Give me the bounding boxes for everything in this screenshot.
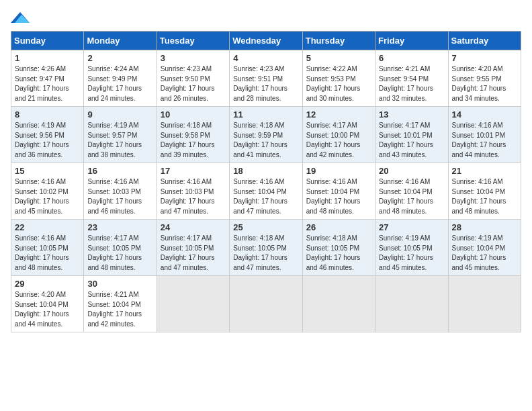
calendar-cell: 25 Sunrise: 4:18 AM Sunset: 10:05 PM Day… xyxy=(230,220,302,276)
day-info: Sunrise: 4:16 AM Sunset: 10:05 PM Daylig… xyxy=(15,234,80,273)
day-info: Sunrise: 4:23 AM Sunset: 9:51 PM Dayligh… xyxy=(233,64,298,103)
day-info: Sunrise: 4:20 AM Sunset: 9:55 PM Dayligh… xyxy=(452,64,517,103)
day-info: Sunrise: 4:23 AM Sunset: 9:50 PM Dayligh… xyxy=(161,64,226,103)
day-number: 15 xyxy=(15,166,80,176)
day-number: 1 xyxy=(15,53,80,63)
day-info: Sunrise: 4:18 AM Sunset: 9:59 PM Dayligh… xyxy=(233,121,298,160)
weekday-header: Tuesday xyxy=(157,32,229,50)
day-info: Sunrise: 4:16 AM Sunset: 10:04 PM Daylig… xyxy=(379,177,444,216)
calendar-cell: 9 Sunrise: 4:19 AM Sunset: 9:57 PM Dayli… xyxy=(84,107,157,163)
day-number: 30 xyxy=(87,279,152,289)
day-info: Sunrise: 4:21 AM Sunset: 10:04 PM Daylig… xyxy=(87,290,152,329)
day-info: Sunrise: 4:16 AM Sunset: 10:04 PM Daylig… xyxy=(306,177,371,216)
day-info: Sunrise: 4:18 AM Sunset: 10:05 PM Daylig… xyxy=(306,234,371,273)
day-number: 11 xyxy=(233,109,298,120)
calendar-cell: 21 Sunrise: 4:16 AM Sunset: 10:04 PM Day… xyxy=(448,163,521,220)
calendar-cell: 12 Sunrise: 4:17 AM Sunset: 10:00 PM Day… xyxy=(302,107,375,163)
day-number: 22 xyxy=(15,222,80,232)
day-number: 12 xyxy=(306,109,371,120)
day-info: Sunrise: 4:16 AM Sunset: 10:03 PM Daylig… xyxy=(87,177,152,216)
calendar-week-row: 1 Sunrise: 4:26 AM Sunset: 9:47 PM Dayli… xyxy=(11,50,521,107)
calendar-cell xyxy=(375,276,448,332)
logo-icon xyxy=(11,11,30,26)
day-number: 27 xyxy=(379,222,444,232)
calendar-week-row: 8 Sunrise: 4:19 AM Sunset: 9:56 PM Dayli… xyxy=(11,107,521,163)
logo xyxy=(11,11,32,26)
day-number: 10 xyxy=(161,109,226,120)
calendar-body: 1 Sunrise: 4:26 AM Sunset: 9:47 PM Dayli… xyxy=(11,50,521,332)
calendar-table: SundayMondayTuesdayWednesdayThursdayFrid… xyxy=(11,31,521,332)
day-number: 9 xyxy=(87,109,152,120)
calendar-cell: 19 Sunrise: 4:16 AM Sunset: 10:04 PM Day… xyxy=(302,163,375,220)
day-info: Sunrise: 4:16 AM Sunset: 10:03 PM Daylig… xyxy=(161,177,226,216)
day-info: Sunrise: 4:19 AM Sunset: 9:56 PM Dayligh… xyxy=(15,121,80,160)
day-info: Sunrise: 4:21 AM Sunset: 9:54 PM Dayligh… xyxy=(379,64,444,103)
calendar-cell: 13 Sunrise: 4:17 AM Sunset: 10:01 PM Day… xyxy=(375,107,448,163)
weekday-header: Thursday xyxy=(302,32,375,50)
day-info: Sunrise: 4:17 AM Sunset: 10:01 PM Daylig… xyxy=(379,121,444,160)
day-info: Sunrise: 4:26 AM Sunset: 9:47 PM Dayligh… xyxy=(15,64,80,103)
page-header xyxy=(11,11,521,26)
calendar-cell xyxy=(302,276,375,332)
calendar-cell: 10 Sunrise: 4:18 AM Sunset: 9:58 PM Dayl… xyxy=(157,107,229,163)
day-info: Sunrise: 4:20 AM Sunset: 10:04 PM Daylig… xyxy=(15,290,80,329)
calendar-cell: 28 Sunrise: 4:19 AM Sunset: 10:04 PM Day… xyxy=(448,220,521,276)
day-number: 3 xyxy=(161,53,226,63)
day-number: 13 xyxy=(379,109,444,120)
day-info: Sunrise: 4:22 AM Sunset: 9:53 PM Dayligh… xyxy=(306,64,371,103)
weekday-header: Friday xyxy=(375,32,448,50)
calendar-cell xyxy=(157,276,229,332)
day-number: 17 xyxy=(161,166,226,176)
day-info: Sunrise: 4:17 AM Sunset: 10:05 PM Daylig… xyxy=(161,234,226,273)
calendar-cell: 20 Sunrise: 4:16 AM Sunset: 10:04 PM Day… xyxy=(375,163,448,220)
day-info: Sunrise: 4:17 AM Sunset: 10:05 PM Daylig… xyxy=(87,234,152,273)
calendar-cell: 29 Sunrise: 4:20 AM Sunset: 10:04 PM Day… xyxy=(11,276,84,332)
calendar-cell: 3 Sunrise: 4:23 AM Sunset: 9:50 PM Dayli… xyxy=(157,50,229,107)
calendar-cell: 4 Sunrise: 4:23 AM Sunset: 9:51 PM Dayli… xyxy=(230,50,302,107)
day-number: 19 xyxy=(306,166,371,176)
calendar-cell: 1 Sunrise: 4:26 AM Sunset: 9:47 PM Dayli… xyxy=(11,50,84,107)
weekday-header: Sunday xyxy=(11,32,84,50)
day-number: 29 xyxy=(15,279,80,289)
day-info: Sunrise: 4:16 AM Sunset: 10:04 PM Daylig… xyxy=(452,177,517,216)
day-number: 5 xyxy=(306,53,371,63)
day-number: 20 xyxy=(379,166,444,176)
weekday-header: Wednesday xyxy=(230,32,302,50)
day-number: 28 xyxy=(452,222,517,232)
day-number: 2 xyxy=(87,53,152,63)
calendar-cell: 18 Sunrise: 4:16 AM Sunset: 10:04 PM Day… xyxy=(230,163,302,220)
calendar-week-row: 22 Sunrise: 4:16 AM Sunset: 10:05 PM Day… xyxy=(11,220,521,276)
calendar-cell: 26 Sunrise: 4:18 AM Sunset: 10:05 PM Day… xyxy=(302,220,375,276)
calendar-cell: 2 Sunrise: 4:24 AM Sunset: 9:49 PM Dayli… xyxy=(84,50,157,107)
day-number: 26 xyxy=(306,222,371,232)
calendar-week-row: 29 Sunrise: 4:20 AM Sunset: 10:04 PM Day… xyxy=(11,276,521,332)
day-number: 14 xyxy=(452,109,517,120)
day-info: Sunrise: 4:16 AM Sunset: 10:02 PM Daylig… xyxy=(15,177,80,216)
day-info: Sunrise: 4:19 AM Sunset: 9:57 PM Dayligh… xyxy=(87,121,152,160)
calendar-cell: 17 Sunrise: 4:16 AM Sunset: 10:03 PM Day… xyxy=(157,163,229,220)
calendar-cell: 6 Sunrise: 4:21 AM Sunset: 9:54 PM Dayli… xyxy=(375,50,448,107)
day-info: Sunrise: 4:18 AM Sunset: 10:05 PM Daylig… xyxy=(233,234,298,273)
day-info: Sunrise: 4:16 AM Sunset: 10:01 PM Daylig… xyxy=(452,121,517,160)
day-info: Sunrise: 4:19 AM Sunset: 10:04 PM Daylig… xyxy=(452,234,517,273)
calendar-cell: 5 Sunrise: 4:22 AM Sunset: 9:53 PM Dayli… xyxy=(302,50,375,107)
calendar-cell: 27 Sunrise: 4:19 AM Sunset: 10:05 PM Day… xyxy=(375,220,448,276)
day-number: 8 xyxy=(15,109,80,120)
calendar-header-row: SundayMondayTuesdayWednesdayThursdayFrid… xyxy=(11,32,521,50)
calendar-cell: 11 Sunrise: 4:18 AM Sunset: 9:59 PM Dayl… xyxy=(230,107,302,163)
calendar-cell: 24 Sunrise: 4:17 AM Sunset: 10:05 PM Day… xyxy=(157,220,229,276)
day-number: 4 xyxy=(233,53,298,63)
day-number: 18 xyxy=(233,166,298,176)
day-info: Sunrise: 4:16 AM Sunset: 10:04 PM Daylig… xyxy=(233,177,298,216)
weekday-header: Monday xyxy=(84,32,157,50)
day-number: 7 xyxy=(452,53,517,63)
day-number: 6 xyxy=(379,53,444,63)
day-number: 25 xyxy=(233,222,298,232)
day-info: Sunrise: 4:19 AM Sunset: 10:05 PM Daylig… xyxy=(379,234,444,273)
calendar-cell xyxy=(230,276,302,332)
day-number: 16 xyxy=(87,166,152,176)
day-info: Sunrise: 4:17 AM Sunset: 10:00 PM Daylig… xyxy=(306,121,371,160)
calendar-cell: 23 Sunrise: 4:17 AM Sunset: 10:05 PM Day… xyxy=(84,220,157,276)
weekday-header: Saturday xyxy=(448,32,521,50)
calendar-cell: 16 Sunrise: 4:16 AM Sunset: 10:03 PM Day… xyxy=(84,163,157,220)
